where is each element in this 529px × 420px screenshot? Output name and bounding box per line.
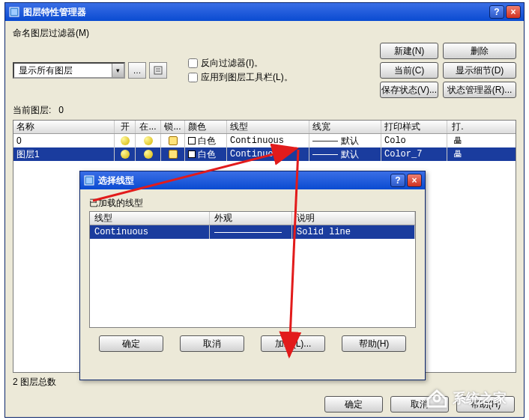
cell-lineweight[interactable]: 默认 (309, 134, 381, 147)
filter-combo-value: 显示所有图层 (14, 64, 112, 77)
cell-freeze[interactable] (136, 134, 161, 147)
th-lineweight[interactable]: 线宽 (309, 121, 381, 133)
house-icon (426, 389, 448, 408)
new-button[interactable]: 新建(N) (380, 43, 438, 59)
lt-name: Continuous (90, 225, 210, 239)
watermark: 系统之家 (426, 389, 507, 408)
current-layer-value: 0 (58, 105, 64, 115)
invert-filter-checkbox[interactable] (188, 58, 198, 68)
list-empty-area (90, 239, 415, 327)
table-row[interactable]: 0 白色 Continuous 默认 Colo 🖶 (13, 134, 516, 147)
cell-linetype[interactable]: Continuous (227, 147, 309, 161)
bulb-icon (121, 150, 130, 159)
printer-icon: 🖶 (453, 136, 462, 146)
sun-icon (144, 150, 153, 159)
cell-on[interactable] (115, 147, 136, 161)
app-icon (83, 174, 95, 186)
svg-point-9 (434, 395, 440, 401)
th-print[interactable]: 打. (447, 121, 468, 133)
svg-rect-1 (11, 9, 17, 15)
filter-browse-button[interactable]: … (128, 62, 146, 79)
cell-linetype[interactable]: Continuous (227, 134, 309, 147)
state-mgr-button[interactable]: 状态管理器(R)... (443, 82, 516, 98)
apply-toolbar-label: 应用到图层工具栏(L)。 (201, 71, 293, 84)
bulb-icon (121, 136, 130, 145)
load-button[interactable]: 加载(L)... (261, 335, 325, 352)
close-button[interactable]: × (407, 174, 422, 187)
linetype-list: 线型 外观 说明 Continuous Solid line (89, 211, 416, 328)
help-button[interactable]: 帮助(H) (342, 335, 406, 352)
invert-filter-check[interactable]: 反向过滤器(I)。 (188, 57, 293, 70)
cell-on[interactable] (115, 134, 136, 147)
filter-combo[interactable]: 显示所有图层 ▾ (13, 62, 125, 79)
cell-print[interactable]: 🖶 (447, 134, 468, 147)
cell-freeze[interactable] (136, 147, 161, 161)
dialog-title: 选择线型 (98, 174, 389, 187)
svg-rect-6 (86, 177, 92, 183)
titlebar[interactable]: 选择线型 ? × (80, 171, 425, 189)
th-linetype[interactable]: 线型 (227, 121, 309, 133)
filter-extra-button[interactable] (149, 62, 167, 79)
apply-toolbar-check[interactable]: 应用到图层工具栏(L)。 (188, 71, 293, 84)
cell-name: 图层1 (13, 147, 115, 161)
save-state-button[interactable]: 保存状态(V)... (380, 82, 438, 98)
cell-plotstyle: Color_7 (381, 147, 447, 161)
cell-plotstyle: Colo (381, 134, 447, 147)
delete-button[interactable]: 删除 (443, 43, 516, 59)
invert-filter-label: 反向过滤器(I)。 (201, 57, 263, 70)
app-icon (8, 6, 20, 18)
detail-button[interactable]: 显示细节(D) (443, 62, 516, 79)
cell-lineweight[interactable]: 默认 (309, 147, 381, 161)
th-freeze[interactable]: 在... (136, 121, 161, 133)
cell-color[interactable]: 白色 (185, 147, 227, 161)
lt-desc: Solid line (292, 225, 415, 239)
th-on[interactable]: 开 (115, 121, 136, 133)
ok-button[interactable]: 确定 (324, 396, 383, 413)
titlebar[interactable]: 图层特性管理器 ? × (5, 3, 524, 21)
th-plotstyle[interactable]: 打印样式 (381, 121, 447, 133)
th-lt-name[interactable]: 线型 (90, 212, 210, 225)
cell-lock[interactable] (161, 134, 185, 147)
table-head: 名称 开 在... 锁... 颜色 线型 线宽 打印样式 打. (13, 121, 516, 134)
svg-rect-2 (154, 67, 162, 74)
lock-icon (169, 150, 178, 159)
th-color[interactable]: 颜色 (185, 121, 227, 133)
th-lock[interactable]: 锁... (161, 121, 185, 133)
watermark-text: 系统之家 (453, 389, 507, 407)
cancel-button[interactable]: 取消 (180, 335, 244, 352)
sun-icon (144, 136, 153, 145)
cell-color[interactable]: 白色 (185, 134, 227, 147)
loaded-linetypes-label: 已加载的线型 (89, 197, 416, 210)
printer-icon: 🖶 (453, 149, 462, 159)
chevron-down-icon[interactable]: ▾ (112, 64, 124, 77)
current-button[interactable]: 当前(C) (380, 62, 438, 79)
help-button[interactable]: ? (390, 174, 405, 187)
list-item[interactable]: Continuous Solid line (90, 225, 415, 239)
color-swatch (188, 150, 196, 158)
window-title: 图层特性管理器 (23, 6, 488, 19)
th-lt-desc[interactable]: 说明 (292, 212, 415, 225)
help-button[interactable]: ? (489, 5, 504, 19)
table-row[interactable]: 图层1 白色 Continuous 默认 Color_7 🖶 (13, 147, 516, 161)
current-layer-label: 当前图层: (13, 105, 51, 115)
filter-label: 命名图层过滤器(M) (13, 27, 516, 40)
dash-icon (312, 154, 338, 155)
apply-toolbar-checkbox[interactable] (188, 73, 198, 82)
cell-lock[interactable] (161, 147, 185, 161)
ok-button[interactable]: 确定 (99, 335, 163, 352)
lock-icon (169, 136, 178, 145)
th-lt-appearance[interactable]: 外观 (210, 212, 292, 225)
cell-name: 0 (13, 134, 115, 147)
select-linetype-dialog: 选择线型 ? × 已加载的线型 线型 外观 说明 Continuous Soli… (79, 171, 426, 380)
color-swatch (188, 137, 196, 144)
close-button[interactable]: × (506, 5, 521, 19)
dash-icon (312, 141, 338, 141)
cell-print[interactable]: 🖶 (447, 147, 468, 161)
lt-appearance (210, 225, 292, 239)
th-name[interactable]: 名称 (13, 121, 115, 133)
